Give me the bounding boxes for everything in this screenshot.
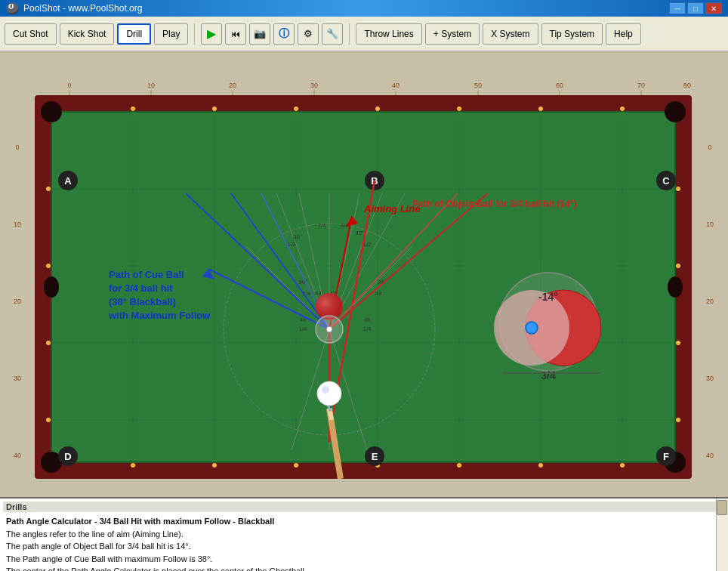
svg-point-63 <box>457 463 461 468</box>
svg-text:30: 30 <box>14 375 21 382</box>
camera-button[interactable]: 📷 <box>249 23 270 45</box>
svg-text:for 3/4 ball hit: for 3/4 ball hit <box>109 282 173 294</box>
svg-point-71 <box>676 264 680 268</box>
maximize-button[interactable]: □ <box>687 2 704 14</box>
svg-text:1/4: 1/4 <box>298 326 307 332</box>
svg-point-53 <box>212 106 217 111</box>
info-scrollbar[interactable] <box>716 498 728 571</box>
svg-text:43: 43 <box>315 290 322 297</box>
svg-text:1/4: 1/4 <box>362 326 372 332</box>
info-text-content: Path Angle Calculator - 3/4 Ball Hit wit… <box>3 514 725 571</box>
svg-text:70: 70 <box>637 82 645 89</box>
svg-point-55 <box>375 106 380 111</box>
table-container: 0 10 20 30 40 50 60 70 80 0 10 20 30 40 … <box>0 51 728 497</box>
help-button[interactable]: Help <box>606 23 641 45</box>
svg-point-60 <box>212 463 217 468</box>
svg-point-135 <box>326 326 332 332</box>
svg-rect-0 <box>0 51 728 95</box>
drill-button[interactable]: Drill <box>117 23 151 45</box>
svg-rect-3 <box>0 479 728 497</box>
kick-shot-button[interactable]: Kick Shot <box>60 23 115 45</box>
play-button[interactable]: Play <box>154 23 188 45</box>
title-text: PoolShot - www.PoolShot.org <box>23 3 669 14</box>
svg-point-66 <box>46 187 51 191</box>
svg-text:A: A <box>64 175 72 187</box>
svg-point-151 <box>526 322 538 334</box>
info-line-3: The Path angle of Cue Ball with maximum … <box>6 554 212 563</box>
svg-text:80: 80 <box>683 82 691 89</box>
svg-rect-2 <box>692 95 728 479</box>
cut-shot-button[interactable]: Cut Shot <box>5 23 57 45</box>
svg-point-59 <box>131 463 135 468</box>
svg-text:Path of Object Ball for 3/4 ba: Path of Object Ball for 3/4 ball hit (14… <box>412 199 577 209</box>
svg-text:30°: 30° <box>293 233 302 240</box>
toolbar: Cut Shot Kick Shot Drill Play ▶ ⏮ 📷 ⓘ ⚙ … <box>0 17 728 51</box>
svg-point-137 <box>322 386 329 394</box>
svg-text:30°: 30° <box>355 230 364 236</box>
tip-system-button[interactable]: Tip System <box>541 23 603 45</box>
svg-text:30: 30 <box>706 375 714 382</box>
svg-text:40: 40 <box>14 452 21 459</box>
title-icon: 🎱 <box>6 2 19 14</box>
svg-text:0: 0 <box>67 82 71 89</box>
info-button[interactable]: ⓘ <box>273 23 295 45</box>
svg-text:10: 10 <box>706 221 714 228</box>
svg-point-78 <box>44 276 59 298</box>
svg-text:40: 40 <box>706 452 714 459</box>
minimize-button[interactable]: ─ <box>669 2 686 14</box>
info-line-4: The center of the Path Angle Calculator … <box>6 566 307 571</box>
svg-point-67 <box>46 264 51 268</box>
svg-text:30: 30 <box>310 82 318 89</box>
play-green-button[interactable]: ▶ <box>201 23 222 45</box>
svg-point-73 <box>676 418 680 422</box>
svg-text:3/4: 3/4 <box>317 222 326 229</box>
info-title: Path Angle Calculator - 3/4 Ball Hit wit… <box>6 517 274 526</box>
svg-text:C: C <box>662 175 670 187</box>
svg-text:with Maximum Follow: with Maximum Follow <box>108 310 211 321</box>
svg-text:20: 20 <box>14 298 21 305</box>
svg-point-61 <box>294 463 298 468</box>
svg-text:E: E <box>372 451 378 462</box>
pool-table-svg: A B C D E F 30° <box>35 95 692 479</box>
svg-text:0: 0 <box>15 144 19 151</box>
plus-system-button[interactable]: + System <box>425 23 480 45</box>
back-button[interactable]: ⏮ <box>225 23 246 45</box>
info-line-1: The angles refer to the line of aim (Aim… <box>6 529 184 539</box>
svg-text:20: 20 <box>706 298 714 305</box>
scrollbar-thumb[interactable] <box>717 500 727 515</box>
svg-text:48: 48 <box>364 316 371 323</box>
close-button[interactable]: ✕ <box>705 2 722 14</box>
svg-point-136 <box>317 381 341 406</box>
info-line-2: The path angle of Object Ball for 3/4 ba… <box>6 542 191 551</box>
svg-text:D: D <box>64 451 71 462</box>
toolbar-separator-1 <box>194 23 195 45</box>
x-system-button[interactable]: X System <box>483 23 538 45</box>
svg-point-72 <box>676 341 680 345</box>
info-panel: Drills Path Angle Calculator - 3/4 Ball … <box>0 497 728 571</box>
svg-text:50: 50 <box>474 82 482 89</box>
svg-text:F: F <box>663 451 669 462</box>
svg-text:10: 10 <box>14 221 21 228</box>
svg-text:(38° Blackball): (38° Blackball) <box>109 296 176 307</box>
svg-point-74 <box>41 101 62 122</box>
svg-text:Path of Cue Ball: Path of Cue Ball <box>109 269 184 280</box>
svg-point-54 <box>294 106 298 111</box>
svg-point-79 <box>668 276 683 298</box>
svg-point-64 <box>538 463 543 468</box>
svg-point-58 <box>620 106 625 111</box>
window-controls: ─ □ ✕ <box>669 2 722 14</box>
system2-button[interactable]: 🔧 <box>322 23 343 45</box>
svg-point-57 <box>538 106 543 111</box>
svg-text:0: 0 <box>708 144 711 151</box>
svg-point-52 <box>131 106 135 111</box>
svg-text:60: 60 <box>556 82 563 89</box>
svg-text:20: 20 <box>229 82 236 89</box>
svg-text:40: 40 <box>392 82 399 89</box>
svg-text:10: 10 <box>147 82 155 89</box>
gear-button[interactable]: ⚙ <box>298 23 319 45</box>
throw-lines-button[interactable]: Throw Lines <box>356 23 421 45</box>
drills-label: Drills <box>3 502 725 512</box>
svg-point-75 <box>665 101 686 122</box>
svg-rect-1 <box>0 95 35 479</box>
svg-text:3/4: 3/4 <box>541 369 556 381</box>
